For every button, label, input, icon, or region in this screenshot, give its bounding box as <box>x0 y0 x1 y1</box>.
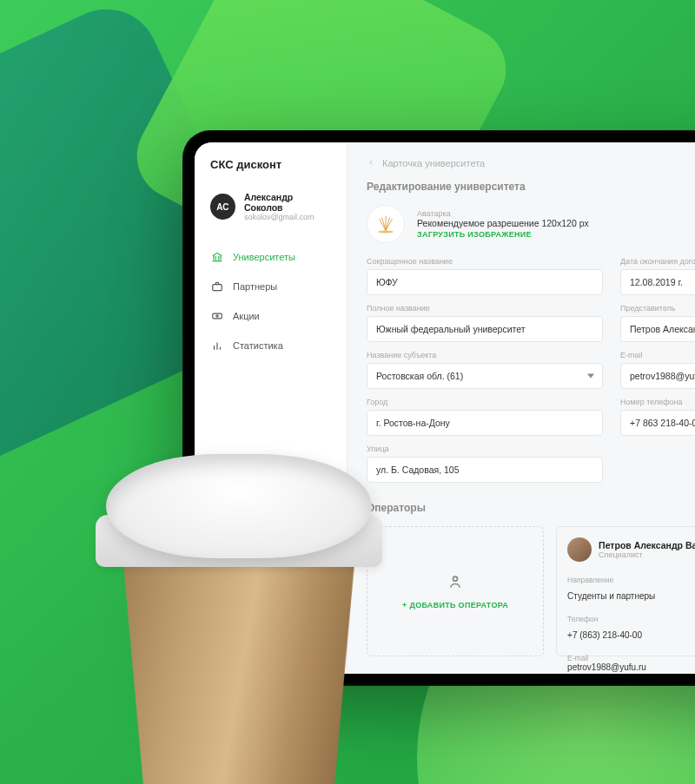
svg-point-3 <box>378 231 394 234</box>
representative-label: Представитель <box>620 304 695 313</box>
full-name-label: Полное название <box>367 304 603 313</box>
subject-label: Название субъекта <box>367 351 603 359</box>
operator-photo <box>567 537 592 562</box>
app-title: СКС дисконт <box>195 158 347 187</box>
profile-email: sokolov@gmail.com <box>244 213 331 221</box>
profile-block[interactable]: АС Александр Соколов sokolov@gmail.com <box>195 187 347 237</box>
direction-label: Направление <box>567 576 695 584</box>
chevron-left-icon <box>367 158 375 168</box>
city-label: Город <box>367 398 603 406</box>
nav-label: Университеты <box>233 252 295 262</box>
nav-label: Партнеры <box>233 281 277 292</box>
university-logo <box>367 205 405 243</box>
profile-name: Александр Соколов <box>244 192 331 213</box>
nav-universities[interactable]: Университеты <box>195 242 347 272</box>
add-operator-label: + ДОБАВИТЬ ОПЕРАТОРА <box>402 601 508 609</box>
nav-label: Акции <box>233 311 260 321</box>
nav-promotions[interactable]: Акции <box>195 301 347 331</box>
breadcrumb[interactable]: Карточка университета <box>367 158 695 168</box>
operator-name: Петров Александр Васильевич <box>599 540 695 550</box>
svg-point-4 <box>453 576 458 581</box>
upload-image-button[interactable]: ЗАГРУЗИТЬ ИЗОБРАЖЕНИЕ <box>417 230 589 239</box>
svg-rect-0 <box>213 285 222 291</box>
svg-point-2 <box>216 315 218 317</box>
coffee-cup-decoration <box>96 454 382 784</box>
representative-input[interactable] <box>620 316 695 342</box>
avatar-label: Аватарка <box>417 209 589 218</box>
short-name-input[interactable] <box>367 269 603 295</box>
svg-rect-1 <box>213 313 222 319</box>
phone-input[interactable] <box>620 410 695 436</box>
email-label: E-mail <box>620 351 695 359</box>
nav-partners[interactable]: Партнеры <box>195 272 347 301</box>
avatar-recommendation: Рекомендуемое разрешение 120x120 px <box>417 218 589 228</box>
nav-label: Статистика <box>233 340 283 351</box>
main-panel: Карточка университета Редактирование уни… <box>348 142 695 674</box>
short-name-label: Сокращенное название <box>367 257 603 266</box>
subject-select[interactable] <box>367 363 603 389</box>
operator-role: Специалист <box>599 550 695 559</box>
operators-title: Операторы <box>367 502 695 514</box>
operator-phone-value: +7 (863) 218-40-00 <box>567 630 695 640</box>
section-title: Редактирование университета <box>367 181 695 193</box>
breadcrumb-label: Карточка университета <box>382 158 485 168</box>
nav: Университеты Партнеры Акции Статистика <box>195 242 347 360</box>
operator-phone-label: Телефон <box>567 615 695 623</box>
direction-value: Студенты и партнеры <box>567 591 695 601</box>
street-input[interactable] <box>367 457 603 483</box>
contract-end-input[interactable] <box>620 269 695 295</box>
street-label: Улица <box>367 445 603 453</box>
operator-email-value: petrov1988@yufu.ru <box>567 662 646 672</box>
ticket-icon <box>210 309 224 323</box>
add-operator-card[interactable]: + ДОБАВИТЬ ОПЕРАТОРА <box>367 526 544 656</box>
person-add-icon <box>447 573 464 594</box>
city-input[interactable] <box>367 410 603 436</box>
bank-icon <box>210 250 224 264</box>
full-name-input[interactable] <box>367 316 603 342</box>
nav-statistics[interactable]: Статистика <box>195 331 347 360</box>
briefcase-icon <box>210 280 224 293</box>
phone-label: Номер телефона <box>620 398 695 406</box>
avatar-uploader: Аватарка Рекомендуемое разрешение 120x12… <box>367 205 695 243</box>
email-input[interactable] <box>620 363 695 389</box>
contract-end-label: Дата окончания договора <box>620 257 695 266</box>
operator-email-label: E-mail <box>567 654 646 662</box>
avatar: АС <box>210 194 235 220</box>
operator-card: Петров Александр Васильевич Специалист Н… <box>556 526 695 656</box>
chart-icon <box>210 339 224 352</box>
